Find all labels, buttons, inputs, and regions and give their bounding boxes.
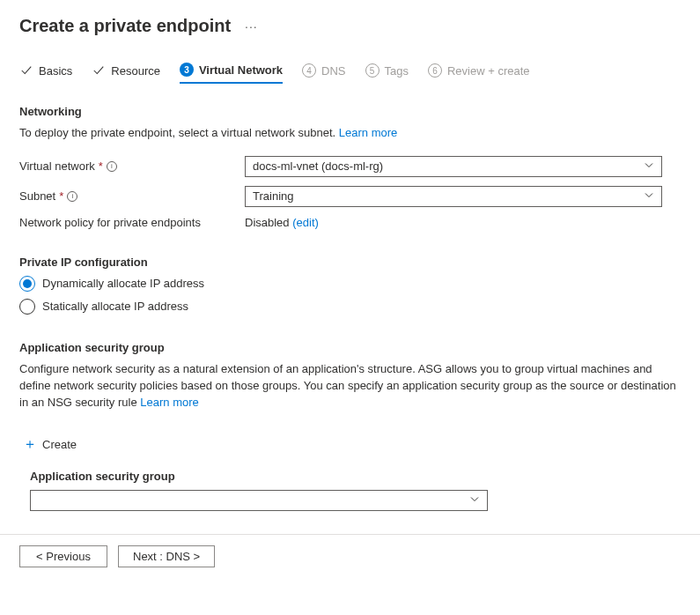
tab-label: DNS xyxy=(321,64,345,78)
tab-dns[interactable]: 4 DNS xyxy=(302,63,345,83)
select-value: Training xyxy=(253,189,293,203)
learn-more-link[interactable]: Learn more xyxy=(339,126,397,139)
tab-label: Virtual Network xyxy=(199,63,283,77)
section-networking-title: Networking xyxy=(19,105,681,118)
asg-desc: Configure network security as a natural … xyxy=(19,361,681,411)
tab-tags[interactable]: 5 Tags xyxy=(365,63,409,83)
tab-review-create[interactable]: 6 Review + create xyxy=(428,63,530,83)
select-value: docs-ml-vnet (docs-ml-rg) xyxy=(253,159,383,173)
button-label: Create xyxy=(42,438,77,451)
subnet-select[interactable]: Training xyxy=(245,186,662,207)
plus-icon: ＋ xyxy=(23,435,37,454)
section-ip-title: Private IP configuration xyxy=(19,256,681,269)
step-number-icon: 4 xyxy=(302,63,316,78)
page-title: Create a private endpoint xyxy=(19,16,231,36)
text: Disabled xyxy=(245,216,290,229)
previous-button[interactable]: < Previous xyxy=(19,545,107,567)
next-button[interactable]: Next : DNS > xyxy=(118,545,215,567)
required-asterisk-icon: * xyxy=(99,159,103,173)
vnet-label: Virtual network * i xyxy=(19,159,245,173)
check-icon xyxy=(19,63,33,78)
section-asg-title: Application security group xyxy=(19,341,681,354)
chevron-down-icon xyxy=(644,189,654,203)
step-number-icon: 6 xyxy=(428,63,442,78)
networking-desc: To deploy the private endpoint, select a… xyxy=(19,125,681,142)
radio-dynamic[interactable]: Dynamically allocate IP address xyxy=(19,276,681,292)
asg-select[interactable] xyxy=(30,490,488,511)
asg-column-header: Application security group xyxy=(30,470,681,483)
tab-label: Basics xyxy=(39,64,72,78)
label-text: Virtual network xyxy=(19,159,95,173)
tab-resource[interactable]: Resource xyxy=(92,63,160,83)
wizard-tabs: Basics Resource 3 Virtual Network 4 DNS … xyxy=(19,63,681,84)
radio-static[interactable]: Statically allocate IP address xyxy=(19,299,681,315)
more-icon[interactable]: ··· xyxy=(245,19,258,33)
network-policy-value: Disabled (edit) xyxy=(245,216,319,229)
step-number-icon: 5 xyxy=(365,63,379,78)
tab-label: Tags xyxy=(385,64,409,78)
wizard-footer: < Previous Next : DNS > xyxy=(0,534,700,578)
text: Configure network security as a natural … xyxy=(19,362,676,409)
required-asterisk-icon: * xyxy=(59,189,63,203)
vnet-select[interactable]: docs-ml-vnet (docs-ml-rg) xyxy=(245,156,662,177)
learn-more-link[interactable]: Learn more xyxy=(140,396,198,409)
radio-label: Statically allocate IP address xyxy=(42,300,188,313)
subnet-label: Subnet * i xyxy=(19,189,245,203)
chevron-down-icon xyxy=(644,159,654,173)
radio-icon xyxy=(19,276,35,292)
info-icon[interactable]: i xyxy=(67,191,77,202)
step-number-icon: 3 xyxy=(180,63,194,77)
edit-link[interactable]: (edit) xyxy=(292,216,319,229)
tab-label: Review + create xyxy=(447,64,530,78)
label-text: Subnet xyxy=(19,189,55,203)
radio-label: Dynamically allocate IP address xyxy=(42,277,204,290)
label-text: Network policy for private endpoints xyxy=(19,216,201,229)
chevron-down-icon xyxy=(469,494,480,508)
check-icon xyxy=(92,63,106,78)
radio-icon xyxy=(19,299,35,315)
tab-basics[interactable]: Basics xyxy=(19,63,72,83)
tab-label: Resource xyxy=(111,64,160,78)
tab-virtual-network[interactable]: 3 Virtual Network xyxy=(180,63,283,84)
create-button[interactable]: ＋ Create xyxy=(23,435,77,454)
info-icon[interactable]: i xyxy=(107,161,117,172)
text: To deploy the private endpoint, select a… xyxy=(19,126,335,139)
network-policy-label: Network policy for private endpoints xyxy=(19,216,245,229)
